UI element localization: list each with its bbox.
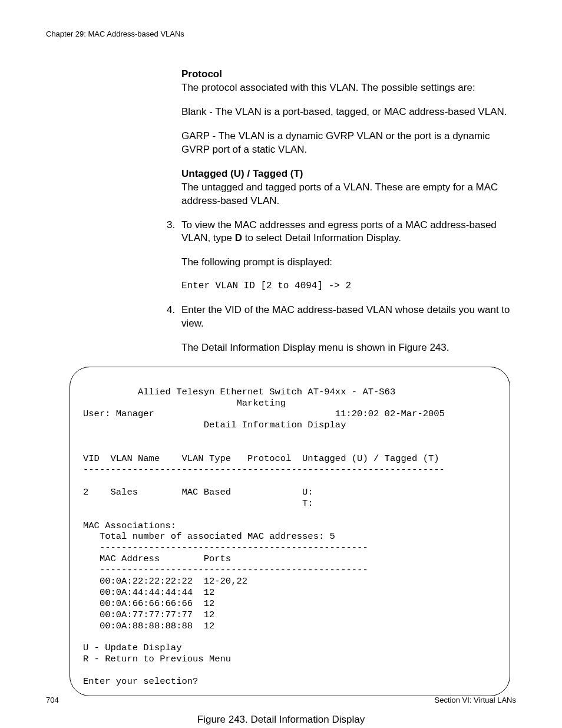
terminal-display: Allied Telesyn Ethernet Switch AT-94xx -… (70, 367, 510, 696)
term-line: Allied Telesyn Ethernet Switch AT-94xx -… (83, 387, 395, 397)
term-line: T: (83, 498, 313, 509)
page: Chapter 29: MAC Address-based VLANs Prot… (0, 0, 562, 728)
step4-marker: 4. (167, 304, 181, 355)
term-line: ----------------------------------------… (83, 465, 445, 475)
term-line: ----------------------------------------… (83, 542, 368, 553)
term-line: Total number of associated MAC addresses… (83, 531, 335, 542)
step4-followup: The Detail Information Display menu is s… (181, 341, 516, 355)
step4-text: Enter the VID of the MAC address-based V… (181, 304, 510, 329)
protocol-blank: Blank - The VLAN is a port-based, tagged… (181, 106, 516, 119)
step3-key: D (235, 232, 242, 243)
protocol-desc: The protocol associated with this VLAN. … (181, 81, 516, 95)
term-line: Marketing (83, 398, 286, 409)
footer: 704 Section VI: Virtual LANs (46, 696, 516, 704)
term-line: 00:0A:44:44:44:44 12 (83, 587, 214, 598)
term-line: 00:0A:88:88:88:88 12 (83, 621, 214, 631)
page-number: 704 (46, 696, 59, 704)
term-line: R - Return to Previous Menu (83, 654, 231, 664)
untagged-title: Untagged (U) / Tagged (T) (181, 167, 516, 181)
term-line: User: Manager 11:20:02 02-Mar-2005 (83, 409, 445, 419)
term-line: 00:0A:66:66:66:66 12 (83, 598, 214, 609)
term-line: 00:0A:77:77:77:77 12 (83, 610, 214, 620)
running-header: Chapter 29: MAC Address-based VLANs (46, 29, 516, 38)
term-line: Enter your selection? (83, 676, 198, 687)
step4-content: Enter the VID of the MAC address-based V… (181, 304, 516, 355)
step3-content: To view the MAC addresses and egress por… (181, 219, 516, 293)
protocol-block: Protocol The protocol associated with th… (181, 68, 516, 208)
term-line: MAC Address Ports (83, 554, 231, 564)
term-line: MAC Associations: (83, 521, 176, 531)
figure-caption: Figure 243. Detail Information Display (46, 714, 516, 726)
step3-marker: 3. (167, 219, 181, 293)
step3-text-b: to select Detail Information Display. (242, 232, 401, 243)
step3-followup: The following prompt is displayed: (181, 256, 516, 269)
step3-prompt: Enter VLAN ID [2 to 4094] -> 2 (181, 280, 516, 293)
term-line: 00:0A:22:22:22:22 12-20,22 (83, 576, 247, 587)
term-line: VID VLAN Name VLAN Type Protocol Untagge… (83, 453, 439, 464)
step-4: 4. Enter the VID of the MAC address-base… (167, 304, 516, 355)
term-line: U - Update Display (83, 643, 181, 653)
protocol-garp: GARP - The VLAN is a dynamic GVRP VLAN o… (181, 130, 516, 157)
term-line: Detail Information Display (83, 420, 346, 430)
untagged-desc: The untagged and tagged ports of a VLAN.… (181, 181, 516, 208)
protocol-title: Protocol (181, 68, 516, 81)
term-line: 2 Sales MAC Based U: (83, 487, 313, 498)
term-line: ----------------------------------------… (83, 565, 368, 575)
step-3: 3. To view the MAC addresses and egress … (167, 219, 516, 293)
section-label: Section VI: Virtual LANs (435, 696, 517, 704)
